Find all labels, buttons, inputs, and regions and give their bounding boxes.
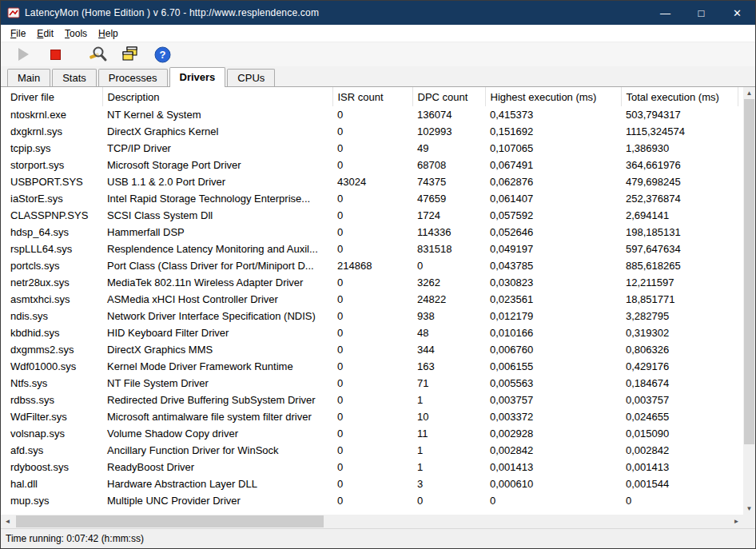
tab-stats[interactable]: Stats	[52, 69, 97, 86]
stop-monitor-button[interactable]	[46, 45, 65, 64]
cell-description: Port Class (Class Driver for Port/Minipo…	[102, 257, 332, 274]
cell-highest-execution: 0,057592	[485, 207, 621, 224]
menu-help[interactable]: Help	[93, 26, 124, 42]
cell-dpc-count: 1	[412, 459, 485, 475]
table-row[interactable]: afd.sys Ancillary Function Driver for Wi…	[1, 442, 743, 459]
cell-highest-execution: 0,006155	[485, 358, 621, 375]
horizontal-scrollbar[interactable]: ◄ ►	[1, 515, 755, 528]
tab-main[interactable]: Main	[7, 69, 50, 86]
table-row[interactable]: volsnap.sys Volume Shadow Copy driver 0 …	[1, 425, 743, 442]
window-controls: — □ ✕	[647, 1, 755, 25]
cell-dpc-count: 47659	[412, 190, 485, 207]
start-monitor-button[interactable]	[14, 45, 33, 64]
window-title: LatencyMon (Home Edition ) v 6.70 - http…	[25, 7, 647, 18]
table-row[interactable]: USBPORT.SYS USB 1.1 & 2.0 Port Driver 43…	[1, 173, 743, 190]
cell-filler	[738, 308, 743, 324]
maximize-button[interactable]: □	[683, 1, 719, 25]
cell-dpc-count: 11	[412, 425, 485, 442]
table-row[interactable]: tcpip.sys TCP/IP Driver 0 49 0,107065 1,…	[1, 140, 743, 157]
scroll-up-icon[interactable]: ▲	[743, 87, 755, 99]
table-row[interactable]: rspLLL64.sys Resplendence Latency Monito…	[1, 241, 743, 257]
vertical-scrollbar[interactable]: ▲ ▼	[743, 87, 755, 515]
cell-description: Redirected Drive Buffering SubSystem Dri…	[102, 392, 332, 408]
table-row[interactable]: Ntfs.sys NT File System Driver 0 71 0,00…	[1, 375, 743, 392]
cell-filler	[738, 291, 743, 308]
cell-filler	[738, 392, 743, 408]
column-description[interactable]: Description	[102, 87, 332, 106]
table-row[interactable]: portcls.sys Port Class (Class Driver for…	[1, 257, 743, 274]
vertical-scrollbar-thumb[interactable]	[744, 99, 754, 444]
horizontal-scrollbar-track[interactable]	[14, 515, 730, 528]
table-row[interactable]: dxgkrnl.sys DirectX Graphics Kernel 0 10…	[1, 123, 743, 140]
column-isr-count[interactable]: ISR count	[332, 87, 412, 106]
table-row[interactable]: dxgmms2.sys DirectX Graphics MMS 0 344 0…	[1, 341, 743, 358]
cell-dpc-count: 938	[412, 308, 485, 324]
cell-filler	[738, 157, 743, 173]
cell-dpc-count: 1	[412, 392, 485, 408]
column-dpc-count[interactable]: DPC count	[412, 87, 485, 106]
cell-isr-count: 214868	[332, 257, 412, 274]
cell-highest-execution: 0,010166	[485, 324, 621, 341]
column-highest-execution[interactable]: Highest execution (ms)	[485, 87, 621, 106]
cell-highest-execution: 0,002928	[485, 425, 621, 442]
table-row[interactable]: CLASSPNP.SYS SCSI Class System Dll 0 172…	[1, 207, 743, 224]
table-row[interactable]: iaStorE.sys Intel Rapid Storage Technolo…	[1, 190, 743, 207]
table-row[interactable]: WdFilter.sys Microsoft antimalware file …	[1, 408, 743, 425]
cell-highest-execution: 0,006760	[485, 341, 621, 358]
cell-filler	[738, 207, 743, 224]
horizontal-scrollbar-thumb[interactable]	[16, 515, 324, 527]
menu-tools[interactable]: Tools	[59, 26, 93, 42]
cell-isr-count: 0	[332, 308, 412, 324]
cell-highest-execution: 0,003372	[485, 408, 621, 425]
table-row[interactable]: asmtxhci.sys ASMedia xHCI Host Controlle…	[1, 291, 743, 308]
close-button[interactable]: ✕	[719, 1, 755, 25]
scroll-right-icon[interactable]: ►	[730, 515, 743, 528]
scroll-down-icon[interactable]: ▼	[743, 503, 755, 515]
titlebar[interactable]: LatencyMon (Home Edition ) v 6.70 - http…	[1, 1, 755, 25]
cell-dpc-count: 48	[412, 324, 485, 341]
menu-edit[interactable]: Edit	[31, 26, 59, 42]
cell-total-execution: 0,184674	[621, 375, 738, 392]
column-driver-file[interactable]: Driver file	[1, 87, 102, 106]
cell-total-execution: 0,024655	[621, 408, 738, 425]
cell-driver-file: asmtxhci.sys	[1, 291, 102, 308]
table-row[interactable]: storport.sys Microsoft Storage Port Driv…	[1, 157, 743, 173]
table-row[interactable]: hal.dll Hardware Abstraction Layer DLL 0…	[1, 475, 743, 492]
cell-dpc-count: 3262	[412, 274, 485, 291]
cell-total-execution: 0,001544	[621, 475, 738, 492]
table-row[interactable]: kbdhid.sys HID Keyboard Filter Driver 0 …	[1, 324, 743, 341]
scroll-left-icon[interactable]: ◄	[1, 515, 14, 528]
minimize-button[interactable]: —	[647, 1, 683, 25]
menu-file[interactable]: File	[5, 26, 31, 42]
cell-description: Hammerfall DSP	[102, 224, 332, 241]
cell-driver-file: afd.sys	[1, 442, 102, 459]
table-row[interactable]: ntoskrnl.exe NT Kernel & System 0 136074…	[1, 106, 743, 123]
cell-filler	[738, 442, 743, 459]
table-row[interactable]: ndis.sys Network Driver Interface Specif…	[1, 308, 743, 324]
options-button[interactable]	[89, 45, 108, 64]
tab-drivers[interactable]: Drivers	[169, 67, 226, 87]
time-running-text: Time running: 0:07:42 (h:mm:ss)	[6, 533, 144, 544]
tab-cpus[interactable]: CPUs	[227, 69, 275, 86]
column-total-execution[interactable]: Total execution (ms)	[621, 87, 738, 106]
cell-driver-file: portcls.sys	[1, 257, 102, 274]
help-button[interactable]: ?	[153, 45, 172, 64]
cell-description: NT File System Driver	[102, 375, 332, 392]
cell-highest-execution: 0,151692	[485, 123, 621, 140]
table-row[interactable]: hdsp_64.sys Hammerfall DSP 0 114336 0,05…	[1, 224, 743, 241]
cell-description: Intel Rapid Storage Technology Enterpris…	[102, 190, 332, 207]
cell-description: TCP/IP Driver	[102, 140, 332, 157]
cell-driver-file: tcpip.sys	[1, 140, 102, 157]
table-row[interactable]: mup.sys Multiple UNC Provider Driver 0 0…	[1, 492, 743, 509]
table-row[interactable]: Wdf01000.sys Kernel Mode Driver Framewor…	[1, 358, 743, 375]
cell-driver-file: volsnap.sys	[1, 425, 102, 442]
cell-filler	[738, 106, 743, 123]
table-row[interactable]: rdyboost.sys ReadyBoost Driver 0 1 0,001…	[1, 459, 743, 475]
table-row[interactable]: rdbss.sys Redirected Drive Buffering Sub…	[1, 392, 743, 408]
table-row[interactable]: netr28ux.sys MediaTek 802.11n Wireless A…	[1, 274, 743, 291]
tab-processes[interactable]: Processes	[98, 69, 168, 86]
report-button[interactable]	[121, 45, 140, 64]
cell-filler	[738, 375, 743, 392]
cell-description: Hardware Abstraction Layer DLL	[102, 475, 332, 492]
cell-driver-file: storport.sys	[1, 157, 102, 173]
